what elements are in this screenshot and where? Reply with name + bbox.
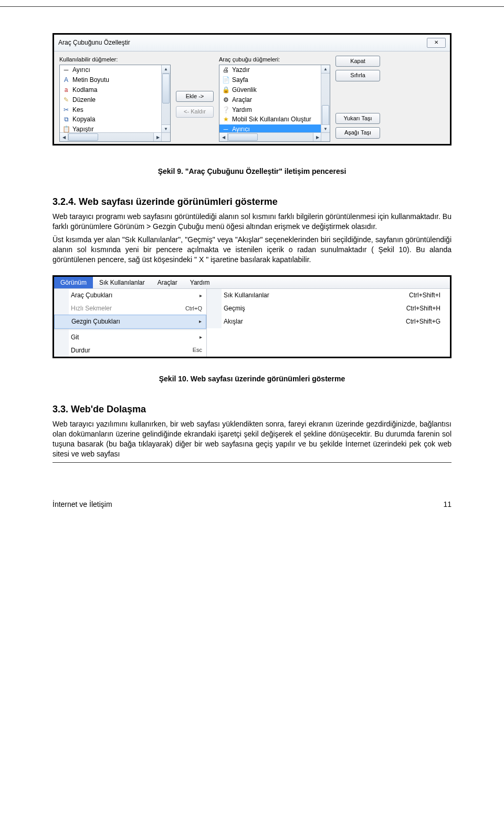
list-item[interactable]: Kodlama — [72, 86, 97, 95]
mobile-favorite-icon: ★ — [222, 116, 230, 124]
copy-icon: ⧉ — [62, 116, 70, 124]
menu-item-arac-cubuklari[interactable]: Araç Çubukları▸ — [54, 289, 206, 302]
list-item[interactable]: Yardım — [232, 106, 252, 115]
list-item[interactable]: Güvenlik — [232, 86, 257, 95]
help-icon: ❔ — [222, 106, 230, 114]
menubar-item-araclar[interactable]: Araçlar — [151, 277, 184, 289]
security-icon: 🔒 — [222, 86, 230, 94]
separator-icon: ─ — [222, 126, 230, 133]
submenu-item-gecmis[interactable]: GeçmişCtrl+Shift+H — [207, 302, 450, 315]
scrollbar-vertical[interactable]: ▲▼ — [321, 65, 330, 133]
remove-button[interactable]: <- Kaldır — [176, 106, 214, 117]
dialog-title: Araç Çubuğunu Özelleştir — [58, 38, 130, 47]
list-item[interactable]: Ayırıcı — [232, 125, 250, 133]
list-item[interactable]: Ayırıcı — [72, 66, 90, 75]
menubar-item-gorunum[interactable]: Görünüm — [54, 277, 93, 289]
dialog-titlebar: Araç Çubuğunu Özelleştir ✕ — [54, 35, 450, 51]
print-icon: 🖨 — [222, 66, 230, 75]
menu-item-gezgin-cubuklari[interactable]: Gezgin Çubukları▸ — [54, 315, 206, 329]
cut-icon: ✂ — [62, 106, 70, 114]
toolbar-buttons-list[interactable]: 🖨Yazdır 📄Sayfa 🔒Güvenlik ⚙Araçlar ❔Yardı… — [219, 65, 330, 142]
figure-10: Görünüm Sık Kullanılanlar Araçlar Yardım… — [52, 275, 452, 359]
available-buttons-label: Kullanılabilir düğmeler: — [59, 56, 171, 64]
scrollbar-horizontal[interactable]: ◀▶ — [219, 132, 321, 141]
top-rule — [0, 6, 504, 7]
close-button[interactable]: Kapat — [335, 56, 380, 67]
menu-item-hizli-sekmeler: Hızlı SekmelerCtrl+Q — [54, 302, 206, 315]
list-item[interactable]: Sayfa — [232, 76, 248, 85]
separator-icon: ─ — [62, 66, 70, 75]
section-3-3-paragraph: Web tarayıcı yazılımını kullanırken, bir… — [52, 419, 452, 459]
figure-9-caption: Şekil 9. "Araç Çubuğunu Özelleştir" ilet… — [52, 167, 452, 177]
footer-rule — [52, 462, 452, 463]
list-item[interactable]: Kes — [72, 106, 83, 115]
submenu-arrow-icon: ▸ — [188, 318, 202, 325]
section-3-2-4-paragraph-2: Üst kısımda yer alan "Sık Kullanılanlar"… — [52, 235, 452, 265]
gezgin-cubuklari-submenu: Sık KullanılanlarCtrl+Shift+I GeçmişCtrl… — [207, 289, 450, 357]
figure-10-caption: Şekil 10. Web sayfası üzerinde görünümle… — [52, 374, 452, 384]
available-buttons-list[interactable]: ─Ayırıcı AMetin Boyutu aKodlama ✎Düzenle… — [59, 65, 171, 142]
menubar-item-yardim[interactable]: Yardım — [184, 277, 216, 289]
list-item[interactable]: Düzenle — [72, 96, 96, 105]
menu-separator — [54, 329, 206, 330]
text-size-icon: A — [62, 76, 70, 85]
edit-icon: ✎ — [62, 96, 70, 104]
list-item[interactable]: Araçlar — [232, 96, 252, 105]
menu-item-durdur[interactable]: DurdurEsc — [54, 344, 206, 357]
dialog-close-button[interactable]: ✕ — [427, 38, 446, 48]
paste-icon: 📋 — [62, 126, 70, 133]
submenu-item-sik-kullanilanlar[interactable]: Sık KullanılanlarCtrl+Shift+I — [207, 289, 450, 302]
submenu-arrow-icon: ▸ — [189, 334, 202, 341]
menu-item-git[interactable]: Git▸ — [54, 331, 206, 344]
section-3-2-4-paragraph-1: Web tarayıcı programı web sayfasını görü… — [52, 212, 452, 232]
list-item[interactable]: Yazdır — [232, 66, 250, 75]
toolbar-buttons-label: Araç çubuğu düğmeleri: — [219, 56, 330, 64]
scrollbar-vertical[interactable]: ▲▼ — [161, 65, 170, 133]
menu-bar: Görünüm Sık Kullanılanlar Araçlar Yardım — [54, 277, 450, 289]
list-item[interactable]: Kopyala — [72, 115, 95, 124]
gorunum-dropdown: Araç Çubukları▸ Hızlı SekmelerCtrl+Q Gez… — [54, 289, 207, 357]
scrollbar-horizontal[interactable]: ◀▶ — [60, 132, 162, 141]
encoding-icon: a — [62, 86, 70, 94]
figure-9: Araç Çubuğunu Özelleştir ✕ Kullanılabili… — [52, 33, 452, 146]
menubar-item-sik-kullanilanlar[interactable]: Sık Kullanılanlar — [93, 277, 151, 289]
page-icon: 📄 — [222, 76, 230, 85]
submenu-item-akislar[interactable]: AkışlarCtrl+Shift+G — [207, 315, 450, 328]
add-button[interactable]: Ekle -> — [176, 91, 214, 102]
list-item[interactable]: Yapıştır — [72, 125, 93, 133]
list-item[interactable]: Metin Boyutu — [72, 76, 109, 85]
footer-page-number: 11 — [443, 500, 452, 510]
submenu-arrow-icon: ▸ — [189, 292, 202, 299]
section-3-3-title: 3.3. Web'de Dolaşma — [52, 403, 452, 416]
reset-button[interactable]: Sıfırla — [335, 70, 380, 81]
section-3-2-4-title: 3.2.4. Web sayfası üzerinde görünümleri … — [52, 195, 452, 209]
move-up-button[interactable]: Yukarı Taşı — [335, 113, 380, 124]
move-down-button[interactable]: Aşağı Taşı — [335, 127, 380, 138]
footer-left: İnternet ve İletişim — [52, 500, 112, 510]
tools-icon: ⚙ — [222, 96, 230, 104]
list-item[interactable]: Mobil Sık Kullanılanı Oluştur — [232, 115, 311, 124]
